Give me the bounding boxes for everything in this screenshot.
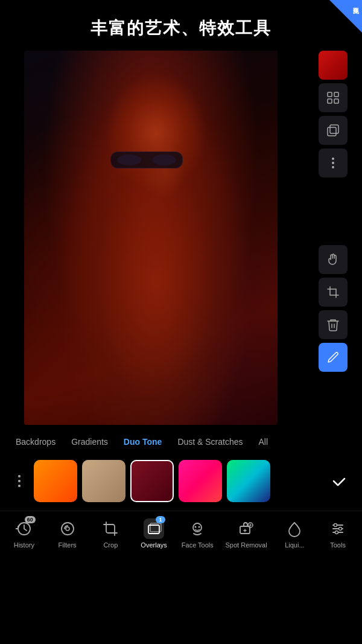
crop-icon-container: [100, 518, 121, 539]
delete-icon: [326, 317, 340, 332]
swatch-green[interactable]: [227, 460, 270, 502]
category-tabs: Backdrops Gradients Duo Tone Dust & Scra…: [0, 430, 362, 454]
spot-removal-icon-container: [236, 518, 256, 539]
right-toolbar: [319, 51, 350, 372]
svg-point-22: [335, 531, 338, 534]
face-tools-label: Face Tools: [182, 541, 214, 549]
tool-tools[interactable]: Tools: [322, 518, 354, 549]
tool-crop[interactable]: Crop: [95, 518, 126, 549]
filters-label: Filters: [59, 541, 77, 549]
swatch-red-dark[interactable]: [130, 460, 174, 502]
svg-rect-0: [328, 92, 332, 97]
toolbar-spacer: [319, 181, 350, 241]
spot-removal-label: Spot Removal: [226, 541, 267, 549]
more-options-button[interactable]: [319, 148, 348, 177]
history-label: History: [14, 541, 34, 549]
svg-point-14: [198, 526, 200, 528]
tool-spot-removal[interactable]: Spot Removal: [226, 518, 267, 549]
duplicate-button[interactable]: [319, 116, 348, 145]
swatches-row: [0, 454, 362, 508]
svg-point-9: [66, 527, 69, 531]
corner-badge-text: 限免: [351, 0, 362, 4]
delete-button[interactable]: [319, 310, 348, 339]
color-swatch-button[interactable]: [319, 51, 348, 80]
tool-liquify[interactable]: Liqui...: [279, 518, 310, 549]
bottom-toolbar: 60 History Filters: [0, 511, 362, 558]
svg-point-13: [195, 526, 197, 528]
liquify-icon: [286, 520, 303, 537]
crop-resize-icon: [326, 285, 340, 299]
history-badge: 60: [25, 516, 36, 523]
photo-background: [24, 51, 278, 425]
svg-rect-1: [334, 92, 338, 97]
pen-icon: [326, 350, 340, 365]
tool-overlays[interactable]: 1 Overlays: [138, 518, 170, 549]
confirm-button[interactable]: [326, 468, 352, 494]
overlays-label: Overlays: [141, 541, 167, 549]
liquify-label: Liqui...: [285, 541, 304, 549]
edit-pen-button[interactable]: [319, 343, 348, 372]
swatch-tan[interactable]: [82, 460, 125, 502]
swatch-more-button[interactable]: [10, 460, 29, 502]
dot1: [18, 475, 21, 477]
dot2: [18, 480, 21, 482]
tab-dust-scratches[interactable]: Dust & Scratches: [171, 435, 249, 449]
crop-resize-button[interactable]: [319, 278, 348, 307]
page-title: 丰富的艺术、特效工具: [0, 0, 362, 51]
pattern-icon: [326, 91, 340, 105]
tool-history[interactable]: 60 History: [8, 518, 40, 549]
tool-filters[interactable]: Filters: [52, 518, 83, 549]
filters-icon: [59, 520, 76, 537]
filters-icon-container: [57, 518, 78, 539]
tool-face-tools[interactable]: Face Tools: [182, 518, 214, 549]
tools-icon-container: [328, 518, 348, 539]
overlays-badge: 1: [156, 516, 165, 523]
photo-canvas: [24, 51, 278, 425]
duplicate-icon: [326, 123, 340, 138]
canvas-area: [0, 51, 362, 425]
tools-icon: [329, 520, 346, 537]
tab-duo-tone[interactable]: Duo Tone: [118, 435, 168, 449]
svg-point-20: [334, 524, 337, 527]
dot3: [18, 485, 21, 487]
pattern-button[interactable]: [319, 83, 348, 112]
crop-label: Crop: [103, 541, 118, 549]
tab-all[interactable]: All: [253, 435, 275, 449]
tab-backdrops[interactable]: Backdrops: [10, 435, 62, 449]
overlays-icon-container: 1: [144, 518, 164, 539]
svg-point-8: [62, 523, 74, 535]
svg-rect-6: [330, 289, 336, 295]
spot-removal-icon: [238, 520, 255, 537]
svg-rect-2: [328, 99, 332, 103]
duotone-overlay: [24, 51, 278, 425]
svg-point-21: [339, 528, 342, 531]
tools-label: Tools: [330, 541, 346, 549]
liquify-icon-container: [284, 518, 305, 539]
tab-gradients[interactable]: Gradients: [65, 435, 114, 449]
hand-icon: [326, 252, 340, 267]
face-tools-icon-container: [187, 518, 208, 539]
swatch-orange[interactable]: [34, 460, 77, 502]
check-icon: [331, 473, 348, 489]
history-icon-container: 60: [14, 518, 34, 539]
svg-rect-5: [328, 127, 336, 136]
hand-tool-button[interactable]: [319, 245, 348, 274]
crop-icon: [102, 520, 119, 537]
face-tools-icon: [189, 520, 206, 537]
swatch-pink[interactable]: [179, 460, 222, 502]
svg-rect-3: [334, 99, 338, 103]
